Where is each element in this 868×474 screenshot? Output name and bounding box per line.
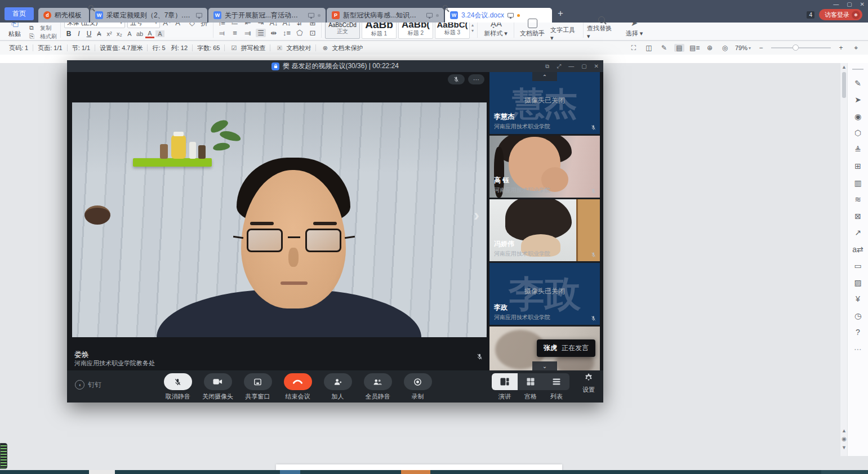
- participant-tile-camera-off[interactable]: 慧杰 摄像头已关闭 李慧杰 河南应用技术职业学院: [489, 72, 600, 134]
- camera-off-button[interactable]: 关闭摄像头: [201, 373, 235, 401]
- panel-collapse-chevron[interactable]: ›: [474, 205, 479, 225]
- spellcheck-button[interactable]: ☑ 拼写检查: [225, 44, 270, 52]
- history-icon[interactable]: ◷: [854, 311, 861, 320]
- strikethrough-icon[interactable]: A: [95, 30, 104, 37]
- mute-all-button[interactable]: 全员静音: [360, 373, 395, 401]
- borders-icon[interactable]: ⊡: [308, 29, 318, 37]
- seal-icon[interactable]: ◉: [854, 112, 861, 121]
- participant-tile-video[interactable]: 冯娇伟 河南应用技术职业学院: [489, 199, 600, 261]
- pip-mode-button[interactable]: ⧉: [545, 63, 549, 70]
- meeting-title-bar[interactable]: 樊 磊发起的视频会议(30/36) | 00:22:24 ⧉ ⤢ — ▢ ✕: [67, 60, 603, 72]
- meeting-settings-button[interactable]: 设置: [577, 373, 600, 394]
- meeting-close-button[interactable]: ✕: [594, 63, 599, 69]
- tab-presentation[interactable]: P 新型冠状病毒感...知识培训PPT: [327, 8, 444, 23]
- card-icon[interactable]: ▭: [854, 261, 861, 270]
- glasses: [247, 229, 283, 252]
- shapes-icon[interactable]: ⬡: [854, 128, 861, 137]
- unsaved-dot: [517, 14, 520, 17]
- zoom-slider[interactable]: [771, 47, 831, 48]
- underline-button[interactable]: U: [84, 30, 94, 38]
- unmute-button[interactable]: 取消静音: [161, 373, 195, 401]
- view-speaker-button[interactable]: 演讲: [492, 373, 518, 401]
- rail-handle[interactable]: [852, 69, 863, 70]
- guest-login-button[interactable]: 访客登录 ☻: [819, 9, 862, 20]
- participant-tile-camera-off[interactable]: 李政 摄像头已关闭 李政 河南应用技术职业学院: [489, 263, 600, 325]
- tab-document-2[interactable]: W 关于开展新冠...育活动的通知: [208, 8, 326, 23]
- more-options-button[interactable]: ⋯: [468, 74, 484, 84]
- dingtalk-mini-widget[interactable]: [0, 443, 7, 469]
- end-meeting-button[interactable]: 结束会议: [281, 373, 315, 401]
- participant-tile-video[interactable]: 高 钰 河南应用技术职业学院: [489, 136, 600, 198]
- edit-pen-icon[interactable]: ✎: [854, 79, 861, 88]
- fit-page-button[interactable]: ⌖: [851, 44, 861, 52]
- apps-grid-icon[interactable]: ⊞: [854, 162, 861, 171]
- record-button[interactable]: 录制: [400, 373, 435, 401]
- home-tab[interactable]: 首页: [5, 7, 34, 20]
- fullscreen-view-icon[interactable]: ⛶: [629, 44, 639, 52]
- style-gallery-down[interactable]: ▾: [471, 28, 474, 33]
- text-effects-icon[interactable]: A: [125, 30, 134, 37]
- adjust-sliders-icon[interactable]: ≋: [854, 195, 861, 204]
- fullscreen-button[interactable]: ⤢: [557, 63, 561, 70]
- upload-icon[interactable]: ≜: [854, 145, 861, 154]
- export-share-icon[interactable]: ↗: [854, 228, 861, 237]
- mic-status-button[interactable]: [448, 74, 465, 84]
- status-word-count[interactable]: 字数: 65: [193, 44, 224, 52]
- new-tab-button[interactable]: +: [558, 8, 563, 19]
- zoom-level-select[interactable]: 79% ▾: [735, 44, 751, 51]
- maximize-button[interactable]: ▢: [847, 1, 852, 7]
- close-button[interactable]: ✕: [860, 1, 865, 7]
- format-painter-button[interactable]: ⎘格式刷: [29, 33, 57, 41]
- vertical-scrollbar[interactable]: ▲ ▲ ◉ ▼: [840, 63, 847, 456]
- shading-icon[interactable]: ⬠: [295, 29, 305, 37]
- align-right-icon[interactable]: ⫥: [243, 29, 253, 38]
- meeting-maximize-button[interactable]: ▢: [581, 63, 586, 69]
- scrollbar-thumb[interactable]: [842, 72, 846, 98]
- view-list-button[interactable]: 列表: [544, 373, 569, 401]
- line-spacing-icon[interactable]: ↕≡: [282, 29, 292, 37]
- italic-button[interactable]: I: [74, 30, 83, 38]
- os-taskbar[interactable]: [0, 470, 868, 474]
- tab-document-1[interactable]: W 采暖定额规则（2、7章）.doc: [90, 8, 207, 23]
- highlight-icon[interactable]: ab: [135, 30, 144, 37]
- meeting-minimize-button[interactable]: —: [568, 63, 574, 69]
- picture-icon[interactable]: ▨: [854, 278, 861, 287]
- write-mode-icon[interactable]: ✎: [659, 44, 669, 52]
- print-layout-icon[interactable]: ▤: [674, 44, 684, 52]
- justify-icon[interactable]: ☰: [256, 29, 266, 37]
- align-center-icon[interactable]: ≡: [230, 29, 240, 37]
- protection-status[interactable]: ⊗ 文档未保护: [316, 44, 367, 52]
- share-window-button[interactable]: 共享窗口: [241, 373, 275, 401]
- read-mode-icon[interactable]: ◫: [644, 44, 654, 52]
- style-gallery-up[interactable]: ▴: [471, 23, 474, 28]
- align-left-icon[interactable]: ⫤: [217, 29, 227, 38]
- chart-icon[interactable]: ▥: [854, 178, 861, 187]
- participants-scroll-down[interactable]: ⌄: [532, 361, 557, 370]
- view-grid-button[interactable]: 宫格: [518, 373, 544, 401]
- char-shading-icon[interactable]: A: [155, 30, 164, 37]
- participants-scroll-up[interactable]: ⌃: [532, 72, 557, 81]
- subscript-icon[interactable]: x₂: [115, 30, 124, 37]
- currency-icon[interactable]: ¥: [856, 294, 860, 303]
- eye-protect-icon[interactable]: ◎: [720, 44, 730, 52]
- font-color-icon[interactable]: A: [145, 30, 154, 38]
- window-count-badge[interactable]: 4: [807, 11, 814, 19]
- distribute-icon[interactable]: ⇹: [269, 29, 279, 37]
- zoom-out-button[interactable]: −: [756, 44, 766, 52]
- bold-button[interactable]: B: [64, 30, 73, 38]
- zoom-in-button[interactable]: +: [836, 44, 846, 52]
- superscript-icon[interactable]: x²: [105, 30, 114, 37]
- more-dots-icon[interactable]: ⋯: [854, 345, 862, 354]
- minimize-button[interactable]: —: [833, 1, 839, 7]
- add-person-button[interactable]: 加人: [321, 373, 355, 401]
- translate-icon[interactable]: a⇄: [852, 245, 863, 254]
- help-circle-icon[interactable]: ?: [856, 328, 860, 337]
- copy-button[interactable]: ⧉复制: [29, 24, 57, 32]
- image-library-icon[interactable]: ⊠: [854, 212, 861, 221]
- select-cursor-icon[interactable]: ➤: [854, 95, 861, 104]
- web-layout-icon[interactable]: ⊕: [705, 44, 715, 52]
- outline-view-icon[interactable]: ▤≡: [689, 44, 700, 52]
- tab-docer-templates[interactable]: d 稻壳模板: [38, 8, 89, 23]
- zoom-slider-thumb[interactable]: [793, 44, 799, 51]
- proofread-button[interactable]: 🗵 文档校对: [270, 44, 315, 52]
